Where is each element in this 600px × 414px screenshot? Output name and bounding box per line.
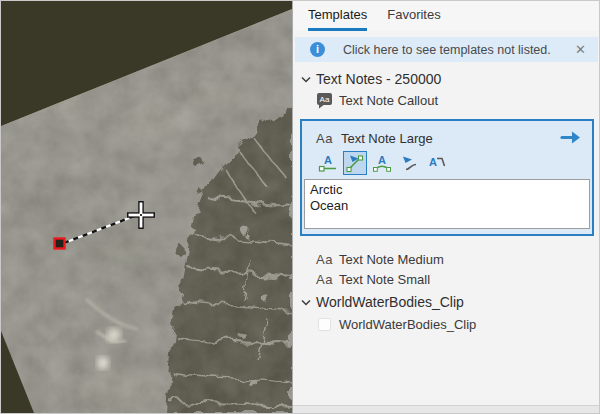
text-callout-icon: Aa — [316, 92, 333, 109]
tab-templates[interactable]: Templates — [308, 1, 367, 31]
template-item-text-note-callout[interactable]: Aa Text Note Callout — [293, 89, 592, 111]
group-header-text-notes[interactable]: Text Notes - 250000 — [293, 69, 441, 89]
aa-icon: Aa — [316, 252, 333, 267]
notification-bar[interactable]: i Click here to see templates not listed… — [295, 37, 598, 62]
chevron-down-icon — [301, 76, 311, 83]
close-icon[interactable]: ✕ — [575, 42, 586, 57]
construction-tool-row: A A — [316, 151, 448, 175]
template-item-label: Text Note Callout — [339, 93, 438, 108]
map-canvas — [1, 1, 292, 413]
info-icon: i — [310, 42, 325, 57]
group-label: WorldWaterBodies_Clip — [316, 294, 464, 310]
chevron-down-icon — [301, 299, 311, 306]
text-line-vertices-tool[interactable] — [343, 151, 367, 175]
template-item-text-note-medium[interactable]: Aa Text Note Medium — [293, 248, 592, 270]
card-header: Aa Text Note Large — [316, 131, 433, 146]
text-leader-curve-tool[interactable] — [397, 151, 421, 175]
svg-text:A: A — [429, 156, 437, 168]
template-item-label: Text Note Small — [339, 272, 430, 287]
svg-text:Aa: Aa — [320, 95, 330, 104]
annotation-text-input[interactable]: Arctic Ocean — [304, 179, 590, 229]
group-header-worldwaterbodies[interactable]: WorldWaterBodies_Clip — [293, 292, 464, 312]
aa-icon: Aa — [316, 131, 333, 146]
map-view[interactable] — [1, 1, 292, 413]
selected-template-card[interactable]: Aa Text Note Large A — [300, 119, 594, 236]
tab-favorites[interactable]: Favorites — [387, 1, 440, 31]
group-label: Text Notes - 250000 — [316, 71, 441, 87]
panel-tabs: Templates Favorites — [293, 1, 600, 31]
forward-arrow-button[interactable] — [559, 129, 583, 146]
template-item-worldwaterbodies-clip[interactable]: WorldWaterBodies_Clip — [293, 313, 592, 335]
text-curve-tool[interactable]: A — [370, 151, 394, 175]
selected-template-name: Text Note Large — [341, 131, 433, 146]
template-item-text-note-small[interactable]: Aa Text Note Small — [293, 268, 592, 290]
svg-text:A: A — [324, 154, 332, 166]
text-straight-tool[interactable]: A — [316, 151, 340, 175]
svg-text:A: A — [378, 154, 386, 166]
create-features-panel: Templates Favorites i Click here to see … — [292, 1, 600, 413]
sketch-vertex[interactable] — [55, 239, 65, 249]
aa-icon: Aa — [316, 272, 333, 287]
panel-footer — [293, 405, 600, 413]
app-window: Templates Favorites i Click here to see … — [0, 0, 600, 414]
template-item-label: WorldWaterBodies_Clip — [339, 317, 476, 332]
notification-text[interactable]: Click here to see templates not listed. — [343, 43, 575, 57]
text-leader-angle-tool[interactable]: A — [424, 151, 448, 175]
template-item-label: Text Note Medium — [339, 252, 444, 267]
polygon-swatch-icon — [316, 318, 333, 331]
